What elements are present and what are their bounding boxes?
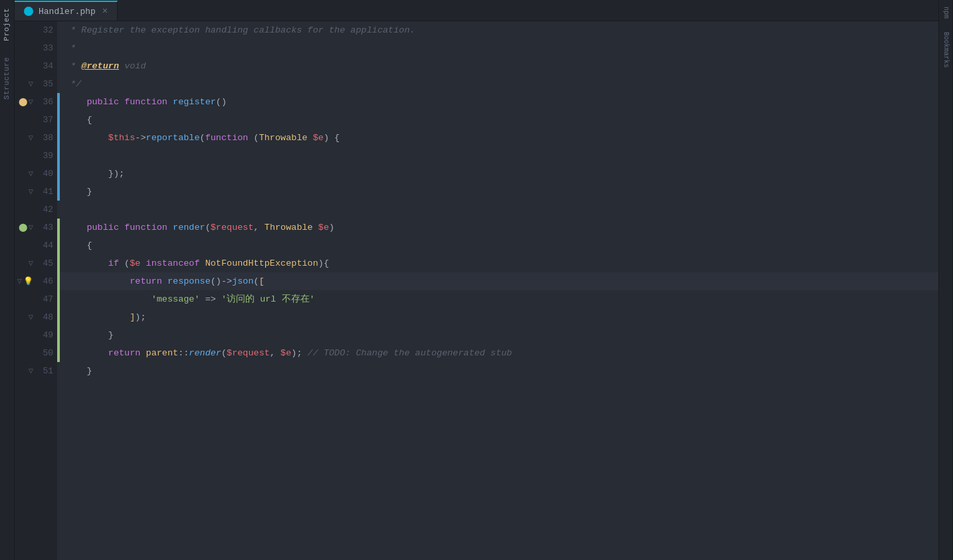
- code-line[interactable]: public function render($request, Throwab…: [60, 219, 938, 236]
- code-line[interactable]: * Register the exception handling callba…: [60, 21, 938, 39]
- gutter-row: ⬤▽36: [15, 93, 57, 111]
- gutter: 323334▽35⬤▽3637▽3839▽40▽4142⬤▽4344▽45▽💡4…: [15, 21, 57, 560]
- gutter-row: 32: [15, 21, 57, 39]
- code-line[interactable]: return parent::render($request, $e); // …: [60, 344, 938, 362]
- code-line[interactable]: }: [60, 362, 938, 380]
- code-line[interactable]: }: [60, 326, 938, 344]
- line-number: 36: [36, 97, 53, 107]
- line-number: 38: [36, 133, 53, 143]
- line-number: 50: [36, 348, 53, 358]
- debug-green-icon[interactable]: ⬤: [19, 223, 27, 233]
- line-number: 37: [36, 115, 53, 125]
- gutter-row: 33: [15, 39, 57, 57]
- debug-orange-icon[interactable]: ⬤: [19, 97, 27, 107]
- gutter-row: ▽51: [15, 362, 57, 380]
- bookmarks-vtab[interactable]: Bookmarks: [940, 25, 952, 74]
- line-number: 39: [36, 151, 53, 161]
- gutter-row: ▽38: [15, 129, 57, 147]
- code-line[interactable]: public function register(): [60, 93, 938, 111]
- bulb-icon[interactable]: 💡: [23, 276, 33, 286]
- code-line[interactable]: $this->reportable(function (Throwable $e…: [60, 129, 938, 147]
- fold-icon[interactable]: ▽: [29, 133, 33, 143]
- gutter-row: ⬤▽43: [15, 219, 57, 236]
- php-icon: [24, 7, 33, 16]
- gutter-row: ▽35: [15, 75, 57, 93]
- code-editor: 323334▽35⬤▽3637▽3839▽40▽4142⬤▽4344▽45▽💡4…: [15, 21, 938, 560]
- line-number: 32: [36, 25, 53, 35]
- line-number: 45: [36, 258, 53, 268]
- code-line[interactable]: return response()->json([: [60, 272, 938, 290]
- gutter-row: 42: [15, 201, 57, 219]
- code-line[interactable]: */: [60, 75, 938, 93]
- gutter-row: ▽45: [15, 254, 57, 272]
- code-lines[interactable]: * Register the exception handling callba…: [60, 21, 938, 560]
- tab-close-button[interactable]: ×: [102, 6, 108, 17]
- gutter-row: ▽41: [15, 183, 57, 201]
- line-number: 46: [36, 276, 53, 286]
- fold-icon[interactable]: ▽: [29, 79, 33, 89]
- fold-icon[interactable]: ▽: [29, 187, 33, 197]
- gutter-row: 49: [15, 326, 57, 344]
- editor-container: Handler.php × 323334▽35⬤▽3637▽3839▽40▽41…: [15, 0, 938, 560]
- right-panel-tabs: npm Bookmarks: [938, 0, 953, 560]
- tab-filename: Handler.php: [39, 7, 96, 17]
- line-number: 51: [36, 366, 53, 376]
- code-line[interactable]: {: [60, 236, 938, 254]
- line-number: 47: [36, 294, 53, 304]
- code-line[interactable]: *: [60, 39, 938, 57]
- code-line[interactable]: [60, 201, 938, 219]
- code-line[interactable]: }: [60, 183, 938, 201]
- handler-tab[interactable]: Handler.php ×: [15, 1, 118, 21]
- line-number: 48: [36, 312, 53, 322]
- gutter-row: ▽48: [15, 308, 57, 326]
- gutter-row: 37: [15, 111, 57, 129]
- line-number: 43: [36, 223, 53, 233]
- gutter-row: 39: [15, 147, 57, 165]
- code-line[interactable]: });: [60, 165, 938, 183]
- line-number: 40: [36, 169, 53, 179]
- gutter-row: 44: [15, 236, 57, 254]
- gutter-row: ▽💡46: [15, 272, 57, 290]
- line-number: 33: [36, 43, 53, 53]
- fold-icon[interactable]: ▽: [29, 169, 33, 179]
- fold-icon[interactable]: ▽: [29, 258, 33, 268]
- line-number: 44: [36, 240, 53, 250]
- gutter-row: 34: [15, 57, 57, 75]
- code-line[interactable]: * @return void: [60, 57, 938, 75]
- npm-vtab[interactable]: npm: [940, 0, 952, 25]
- line-number: 42: [36, 205, 53, 215]
- fold-icon[interactable]: ▽: [29, 97, 33, 107]
- project-vtab[interactable]: Project: [0, 0, 14, 49]
- tab-bar: Handler.php ×: [15, 0, 938, 21]
- line-number: 35: [36, 79, 53, 89]
- gutter-row: 50: [15, 344, 57, 362]
- line-number: 34: [36, 61, 53, 71]
- fold-icon[interactable]: ▽: [29, 312, 33, 322]
- fold-icon[interactable]: ▽: [29, 366, 33, 376]
- line-number: 41: [36, 187, 53, 197]
- left-panel-tabs: Project Structure: [0, 0, 15, 560]
- code-line[interactable]: {: [60, 111, 938, 129]
- gutter-row: 47: [15, 290, 57, 308]
- structure-vtab[interactable]: Structure: [0, 49, 14, 108]
- code-line[interactable]: if ($e instanceof NotFoundHttpException)…: [60, 254, 938, 272]
- fold-icon[interactable]: ▽: [29, 223, 33, 233]
- code-line[interactable]: ]);: [60, 308, 938, 326]
- gutter-row: ▽40: [15, 165, 57, 183]
- code-line[interactable]: 'message' => '访问的 url 不存在': [60, 290, 938, 308]
- line-number: 49: [36, 330, 53, 340]
- fold-icon[interactable]: ▽: [17, 276, 22, 286]
- code-line[interactable]: [60, 147, 938, 165]
